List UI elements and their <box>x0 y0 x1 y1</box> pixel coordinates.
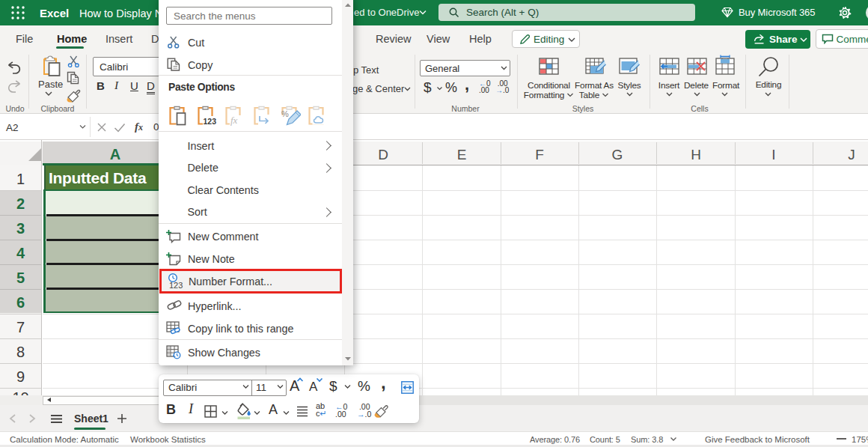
svg-text:fx: fx <box>230 115 238 126</box>
svg-text:%: % <box>281 109 289 118</box>
svg-text:123: 123 <box>204 117 217 126</box>
